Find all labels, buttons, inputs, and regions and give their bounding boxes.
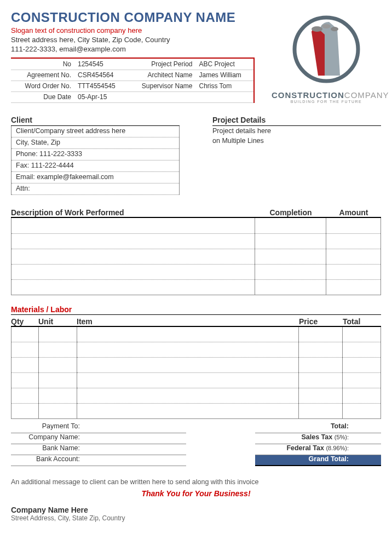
word-order-label: Word Order No. [11,81,74,91]
col-total: Total [343,317,381,326]
payment-to-label: Payment To: [11,422,82,433]
totals-box: Total: Sales Tax (5%): Federal Tax (8.96… [255,422,381,466]
project-details-box: Project Details Project details here on … [212,116,381,195]
no-label: No [11,59,74,70]
col-unit: Unit [38,317,77,326]
logo-brand-light: COMPANY [344,90,389,100]
footer-message: An additional message to client can be w… [11,478,381,486]
col-price: Price [299,317,343,326]
supervisor-label: Supervisor Name [132,81,195,91]
svg-point-2 [322,24,331,28]
client-title: Client [11,116,180,126]
company-address: Street address here, City State, Zip Cod… [11,36,272,44]
client-line: Phone: 111-222-3333 [11,149,179,160]
project-details-line: Project details here [212,126,381,136]
client-line: Client/Company street address here [11,126,179,137]
due-date-label: Due Date [11,91,74,102]
client-line: City, State, Zip [11,137,179,149]
thank-you-message: Thank You for Your Business! [11,489,381,498]
footer-company-address: Street Address, City, State Zip, Country [11,514,381,522]
architect-label: Architect Name [132,70,195,81]
materials-table-header: Qty Unit Item Price Total [11,317,381,327]
payment-company-label: Company Name: [11,433,82,444]
payment-bank-label: Bank Name: [11,444,82,455]
sales-tax-pct: (5%): [335,434,349,440]
supervisor-value: Chriss Tom [196,81,254,91]
payment-account-label: Bank Account: [11,455,82,466]
project-details-line: on Multiple Lines [212,136,381,146]
logo-tagline: BUILDING FOR THE FUTURE [272,100,381,104]
work-table [11,218,381,295]
word-order-value: TTT4554545 [74,81,132,91]
client-box: Client Client/Company street address her… [11,116,180,195]
grand-total-label: Grand Total: [255,455,351,465]
company-logo: CONSTRUCTIONCOMPANY BUILDING FOR THE FUT… [272,10,381,104]
client-line: Email: example@fakeemail.com [11,172,179,183]
col-qty: Qty [11,317,38,326]
federal-tax-label: Federal Tax [286,444,324,452]
period-value: ABC Project [196,59,254,70]
work-col-description: Description of Work Performed [11,208,255,217]
building-logo-icon [285,10,367,87]
period-label: Project Period [132,59,195,70]
total-label: Total: [331,422,349,430]
company-contact: 111-222-3333, email@example.com [11,45,272,53]
logo-brand-bold: CONSTRUCTION [272,90,344,100]
meta-box: No 1254545 Project Period ABC Project Ag… [11,58,255,103]
work-table-header: Description of Work Performed Completion… [11,208,381,218]
no-value: 1254545 [74,59,132,70]
payment-box: Payment To: Company Name: Bank Name: Ban… [11,422,186,466]
logo-brand-text: CONSTRUCTIONCOMPANY [272,90,381,100]
architect-value: James William [196,70,254,81]
company-slogan: Slogan text of construction company here [11,26,272,35]
work-col-amount: Amount [326,208,381,217]
svg-point-1 [312,26,322,32]
client-line: Attn: [11,183,179,195]
project-details-title: Project Details [212,116,381,126]
company-name: CONSTRUCTION COMPANY NAME [11,10,272,25]
materials-title: Materials / Labor [11,305,381,315]
due-date-value: 05-Apr-15 [74,91,132,102]
work-col-completion: Completion [255,208,326,217]
client-line: Fax: 111-222-4444 [11,160,179,172]
sales-tax-label: Sales Tax [301,433,332,441]
federal-tax-pct: (8.96%): [326,445,349,451]
agreement-value: CSR454564 [74,70,132,81]
footer-company-name: Company Name Here [11,506,381,514]
col-item: Item [77,317,299,326]
agreement-label: Agreement No. [11,70,74,81]
svg-point-3 [331,27,338,31]
materials-table [11,327,381,420]
